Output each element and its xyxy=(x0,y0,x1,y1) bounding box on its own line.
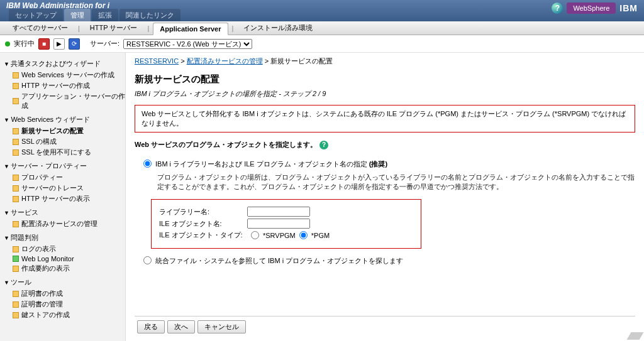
help-icon[interactable]: ? xyxy=(319,141,328,149)
sidebar-group-head[interactable]: サービス xyxy=(3,207,125,219)
sidebar-item[interactable]: プロパティー xyxy=(3,172,125,183)
subtab-app-server[interactable]: Application Server xyxy=(153,23,228,35)
breadcrumb-link-2[interactable]: 配置済みサービスの管理 xyxy=(187,57,263,65)
sidebar-item-icon xyxy=(13,246,19,252)
sidebar-item-icon xyxy=(13,175,19,181)
sidebar: 共通タスクおよびウィザードWeb Services サーバーの作成HTTP サー… xyxy=(0,53,126,341)
sidebar-item-label: Web Services サーバーの作成 xyxy=(21,70,114,80)
sidebar-group-head[interactable]: 共通タスクおよびウィザード xyxy=(3,58,125,70)
status-dot-icon xyxy=(5,41,10,46)
sidebar-item-icon xyxy=(13,83,19,89)
next-button[interactable]: 次へ xyxy=(167,320,195,333)
sidebar-item[interactable]: Web Services サーバーの作成 xyxy=(3,70,125,80)
sidebar-item-icon xyxy=(13,72,19,78)
ibm-logo: IBM xyxy=(619,3,638,13)
wizard-footer: 戻る 次へ キャンセル xyxy=(135,316,635,337)
sidebar-item[interactable]: アプリケーション・サーバーの作成 xyxy=(3,91,125,111)
page-title: 新規サービスの配置 xyxy=(135,73,635,85)
sidebar-group-head[interactable]: 問題判別 xyxy=(3,232,125,244)
sidebar-item[interactable]: ログの表示 xyxy=(3,244,125,254)
start-button[interactable]: ▶ xyxy=(53,38,65,50)
top-tab-extend[interactable]: 拡張 xyxy=(92,9,118,21)
stop-button[interactable]: ■ xyxy=(38,38,50,50)
sidebar-item-icon xyxy=(13,128,19,134)
radio-pgm[interactable] xyxy=(299,231,308,239)
library-form: ライブラリー名: ILE オブジェクト名: ILE オブジェクト・タイプ: *S… xyxy=(151,199,421,249)
library-hint: プログラム・オブジェクトの場所は、プログラム・オブジェクトが入っているライブラリ… xyxy=(157,173,635,192)
top-tab-manage[interactable]: 管理 xyxy=(64,9,91,21)
sidebar-item[interactable]: 配置済みサービスの管理 xyxy=(3,219,125,229)
sidebar-item-icon xyxy=(13,301,19,308)
sidebar-item[interactable]: SSL を使用不可にする xyxy=(3,147,125,158)
sidebar-item-icon xyxy=(13,312,19,318)
sidebar-item-label: 証明書の作成 xyxy=(21,289,63,298)
sidebar-item-label: アプリケーション・サーバーの作成 xyxy=(21,92,125,111)
breadcrumb: RESTSERVIC > 配置済みサービスの管理 > 新規サービスの配置 xyxy=(135,57,635,66)
sidebar-item[interactable]: 鍵ストアの作成 xyxy=(3,310,125,320)
subtab-installed-env[interactable]: インストール済み環境 xyxy=(237,21,319,35)
sidebar-item-icon xyxy=(13,149,19,156)
sidebar-item-label: サーバーのトレース xyxy=(21,183,84,193)
sidebar-item-icon xyxy=(13,291,19,297)
step-label: IBM i プログラム・オブジェクトの場所を指定 - ステップ 2 / 9 xyxy=(135,89,635,99)
sidebar-item[interactable]: 証明書の作成 xyxy=(3,288,125,299)
sidebar-item[interactable]: SSL の構成 xyxy=(3,136,125,147)
sidebar-group-head[interactable]: ツール xyxy=(3,276,125,288)
sidebar-item-label: Web Log Monitor xyxy=(21,255,74,263)
radio-ifs-label[interactable]: 統合ファイル・システムを参照して IBM i プログラム・オブジェクトを探します xyxy=(155,256,403,266)
radio-ifs-browse[interactable] xyxy=(143,256,152,264)
help-icon[interactable]: ? xyxy=(552,3,563,14)
sidebar-item-label: 配置済みサービスの管理 xyxy=(21,219,97,229)
radio-pgm-label: *PGM xyxy=(311,232,330,239)
top-tab-setup[interactable]: セットアップ xyxy=(9,9,63,21)
main-content: RESTSERVIC > 配置済みサービスの管理 > 新規サービスの配置 新規サ… xyxy=(126,53,644,341)
sub-tabs-bar: すべてのサーバー | HTTP サーバー | Application Serve… xyxy=(0,21,644,35)
sidebar-item-label: ログの表示 xyxy=(21,244,56,254)
sidebar-item-icon xyxy=(13,256,19,262)
subtab-http-server[interactable]: HTTP サーバー xyxy=(84,21,144,35)
top-tab-links[interactable]: 関連したリンク xyxy=(119,9,180,21)
sidebar-item-icon xyxy=(13,196,19,202)
server-select[interactable]: RESTSERVIC - V2.6 (Web サービス) xyxy=(123,39,252,49)
sidebar-item-label: 証明書の管理 xyxy=(21,300,63,309)
sidebar-item[interactable]: サーバーのトレース xyxy=(3,183,125,193)
subtab-all-servers[interactable]: すべてのサーバー xyxy=(6,21,74,35)
refresh-button[interactable]: ⟳ xyxy=(69,38,80,50)
header-right: ? WebSphere IBM xyxy=(552,3,638,14)
sidebar-item-label: HTTP サーバーの表示 xyxy=(21,194,90,203)
library-name-input[interactable] xyxy=(247,207,310,217)
sidebar-item-label: プロパティー xyxy=(21,173,63,182)
sidebar-item-icon xyxy=(13,185,19,192)
top-tabs: セットアップ 管理 拡張 関連したリンク xyxy=(9,9,180,21)
sidebar-item-label: 鍵ストアの作成 xyxy=(21,310,70,320)
app-title: IBM Web Administration for i xyxy=(6,1,109,10)
radio-srvpgm-label: *SRVPGM xyxy=(263,232,296,239)
sidebar-item[interactable]: Web Log Monitor xyxy=(3,254,125,263)
sidebar-item-label: HTTP サーバーの作成 xyxy=(21,81,90,90)
sidebar-item-icon xyxy=(13,139,19,145)
cancel-button[interactable]: キャンセル xyxy=(197,320,246,333)
back-button[interactable]: 戻る xyxy=(137,320,165,333)
sidebar-item-label: SSL の構成 xyxy=(21,137,57,146)
sidebar-group-head[interactable]: Web Services ウィザード xyxy=(3,114,125,126)
sidebar-item-label: SSL を使用不可にする xyxy=(21,148,91,157)
sidebar-item[interactable]: HTTP サーバーの表示 xyxy=(3,193,125,204)
ile-object-name-input[interactable] xyxy=(247,219,310,229)
radio-library-label[interactable]: IBM i ライブラリー名および ILE プログラム・オブジェクト名の指定 (推… xyxy=(155,160,387,169)
sidebar-item-icon xyxy=(13,266,19,272)
radio-srvpgm[interactable] xyxy=(251,231,259,239)
library-name-label: ライブラリー名: xyxy=(159,207,247,217)
warning-box: Web サービスとして外部化する IBM i オブジェクトは、システムにある既存… xyxy=(135,105,635,133)
server-label: サーバー: xyxy=(90,39,119,48)
sidebar-group-head[interactable]: サーバー・プロパティー xyxy=(3,160,125,172)
sidebar-item[interactable]: 作成要約の表示 xyxy=(3,263,125,274)
sidebar-item[interactable]: 新規サービスの配置 xyxy=(3,126,125,136)
sidebar-item[interactable]: HTTP サーバーの作成 xyxy=(3,80,125,91)
radio-library-spec[interactable] xyxy=(143,160,152,168)
breadcrumb-link-1[interactable]: RESTSERVIC xyxy=(135,57,179,65)
sidebar-item-label: 作成要約の表示 xyxy=(21,264,70,273)
header: IBM Web Administration for i セットアップ 管理 拡… xyxy=(0,0,644,21)
sidebar-item[interactable]: 証明書の管理 xyxy=(3,299,125,310)
websphere-badge: WebSphere xyxy=(567,3,616,14)
ile-object-type-label: ILE オブジェクト・タイプ: xyxy=(159,230,247,240)
